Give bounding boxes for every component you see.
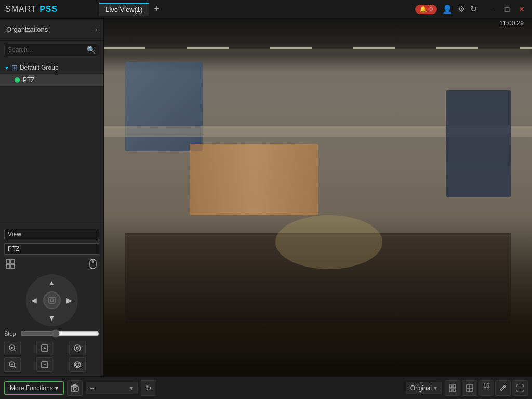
svg-rect-5 (49, 297, 55, 303)
pan-up-button[interactable]: ▲ (46, 276, 58, 289)
search-input[interactable] (8, 46, 87, 54)
ptz-icon-row (4, 258, 99, 270)
grid-count-badge: 16 (479, 380, 494, 396)
app-title-pss: PSS (39, 5, 58, 14)
svg-rect-25 (449, 385, 452, 388)
wall-decoration (190, 144, 318, 216)
ptz-control-grid (4, 341, 99, 372)
edit-mode-button[interactable] (495, 380, 511, 396)
snapshot-button[interactable] (67, 380, 83, 396)
camera-status-dot (15, 77, 20, 83)
add-tab-button[interactable]: + (154, 4, 159, 15)
bottom-bar: More Functions ▾ -- ▾ ↻ Original ▾ (0, 376, 532, 399)
default-group-label: Default Group (20, 64, 59, 71)
svg-point-22 (75, 363, 79, 367)
quad-view-icon (466, 384, 473, 392)
ptz-controls: View PTZ (0, 224, 103, 376)
ptz-camera-item[interactable]: PTZ (0, 74, 103, 86)
focus-out-button[interactable] (36, 357, 53, 372)
svg-rect-26 (453, 385, 456, 388)
view-select[interactable]: View (4, 229, 99, 240)
svg-point-14 (74, 345, 81, 351)
main-layout: Organizations › 🔍 ▼ ⊞ Default Group PTZ (0, 19, 532, 376)
step-slider[interactable] (20, 329, 99, 338)
default-group[interactable]: ▼ ⊞ Default Group (0, 61, 103, 74)
fullscreen-icon (516, 384, 524, 392)
layout-icon-button[interactable] (4, 258, 17, 270)
aspect-ratio-select[interactable]: Original ▾ (406, 382, 442, 394)
zoom-in-button[interactable] (4, 341, 21, 355)
window-controls: – □ ✕ (487, 5, 527, 14)
close-button[interactable]: ✕ (516, 5, 527, 14)
stream-dropdown-arrow: ▾ (130, 384, 133, 392)
expand-arrow-icon: ▼ (4, 65, 9, 71)
organizations-label: Organizations (6, 25, 48, 33)
fullscreen-button[interactable] (512, 380, 528, 396)
chevron-right-icon: › (95, 25, 97, 33)
user-icon[interactable]: 👤 (442, 4, 453, 14)
app-title: SMART PSS (5, 5, 58, 14)
video-feed (104, 19, 532, 376)
zoom-out-icon (8, 361, 17, 369)
svg-line-10 (14, 350, 16, 351)
more-functions-label: More Functions (10, 384, 53, 392)
ceiling-lights (104, 47, 532, 49)
view-dropdown-row: View (4, 229, 99, 240)
stream-select[interactable]: -- ▾ (86, 382, 138, 394)
edit-icon (499, 384, 507, 392)
chevron-down-icon: ▾ (55, 384, 58, 392)
svg-line-18 (14, 366, 16, 368)
minimize-button[interactable]: – (487, 5, 498, 14)
stream-select-value: -- (90, 384, 95, 392)
search-icon[interactable]: 🔍 (87, 46, 96, 54)
refresh-stream-icon: ↻ (145, 384, 152, 392)
step-row: Step (4, 329, 99, 338)
alert-icon: 🔔 (419, 6, 427, 13)
ptz-camera-label: PTZ (23, 76, 35, 84)
app-title-smart: SMART (5, 5, 37, 14)
group-icon: ⊞ (11, 63, 18, 72)
refresh-icon[interactable]: ↻ (470, 4, 477, 14)
svg-rect-0 (6, 260, 10, 263)
pan-down-button[interactable]: ▼ (46, 312, 58, 324)
snapshot-icon (71, 384, 79, 392)
iris-open-icon (73, 344, 82, 352)
svg-rect-3 (11, 264, 15, 268)
quad-view-button[interactable] (462, 380, 477, 396)
zoom-in-icon (8, 344, 17, 352)
live-view-tab[interactable]: Live View(1) (99, 3, 149, 16)
organizations-header[interactable]: Organizations › (0, 19, 103, 41)
pan-right-button[interactable]: ▶ (63, 294, 76, 307)
joystick-center-icon (48, 296, 56, 304)
ptz-dropdown-row: PTZ (4, 243, 99, 255)
aspect-ratio-label: Original (410, 384, 432, 392)
svg-rect-28 (453, 389, 456, 391)
focus-out-icon (41, 361, 49, 369)
ptz-select[interactable]: PTZ (4, 243, 99, 255)
joystick: ▲ ◀ ▶ ▼ (26, 274, 78, 326)
pan-left-button[interactable]: ◀ (28, 294, 41, 307)
single-view-icon (449, 384, 456, 392)
computer-right (446, 90, 511, 197)
alert-badge[interactable]: 🔔 0 (415, 5, 437, 14)
single-view-button[interactable] (445, 380, 460, 396)
joystick-container: ▲ ◀ ▶ ▼ (4, 274, 99, 326)
focus-in-icon (41, 344, 49, 352)
focus-in-button[interactable] (36, 341, 53, 355)
maximize-button[interactable]: □ (502, 5, 512, 14)
iris-close-button[interactable] (69, 357, 86, 372)
aspect-dropdown-arrow: ▾ (434, 384, 437, 392)
zoom-out-button[interactable] (4, 357, 21, 372)
device-tree: ▼ ⊞ Default Group PTZ (0, 59, 103, 224)
iris-open-button[interactable] (69, 341, 86, 355)
svg-point-24 (73, 387, 76, 390)
settings-icon[interactable]: ⚙ (458, 4, 465, 14)
sidebar: Organizations › 🔍 ▼ ⊞ Default Group PTZ (0, 19, 104, 376)
more-functions-button[interactable]: More Functions ▾ (4, 381, 64, 395)
iris-close-icon (73, 361, 82, 369)
monitor-left (125, 62, 202, 151)
joystick-center-button[interactable] (43, 291, 61, 309)
mouse-icon-button[interactable] (87, 258, 99, 270)
refresh-stream-button[interactable]: ↻ (141, 380, 156, 396)
titlebar-center: Live View(1) + (99, 3, 159, 16)
